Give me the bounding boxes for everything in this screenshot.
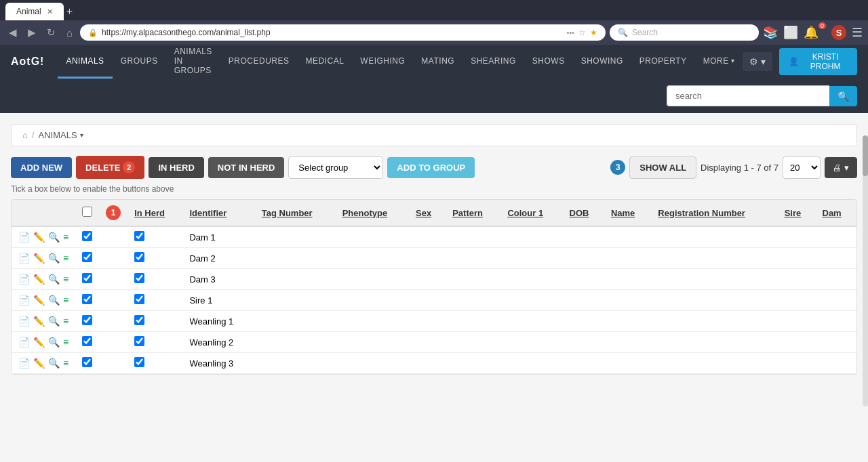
col-name[interactable]: Name bbox=[604, 200, 651, 226]
search-detail-icon[interactable]: 🔍 bbox=[48, 337, 60, 348]
nav-item-shows[interactable]: SHOWS bbox=[524, 45, 573, 79]
star-icon[interactable]: ★ bbox=[590, 28, 597, 37]
sidebar-icon[interactable]: ⬜ bbox=[783, 25, 798, 40]
row-checkbox[interactable] bbox=[82, 231, 92, 241]
view-icon[interactable]: 📄 bbox=[18, 358, 30, 369]
refresh-button[interactable]: ↻ bbox=[43, 25, 59, 40]
hamburger-icon[interactable]: ☰ bbox=[852, 25, 863, 40]
nav-item-animals[interactable]: ANIMALS bbox=[58, 45, 112, 79]
row-checkbox-cell[interactable] bbox=[75, 332, 99, 353]
select-all-checkbox[interactable] bbox=[82, 207, 92, 217]
nav-item-shearing[interactable]: SHEARING bbox=[462, 45, 524, 79]
list-icon[interactable]: ≡ bbox=[63, 253, 68, 264]
in-herd-button[interactable]: IN HERD bbox=[149, 157, 203, 178]
edit-icon[interactable]: ✏️ bbox=[33, 316, 45, 327]
row-in-herd[interactable] bbox=[127, 269, 182, 290]
edit-icon[interactable]: ✏️ bbox=[33, 358, 45, 369]
row-in-herd[interactable] bbox=[127, 332, 182, 353]
edit-icon[interactable]: ✏️ bbox=[33, 337, 45, 348]
edit-icon[interactable]: ✏️ bbox=[33, 253, 45, 264]
row-checkbox[interactable] bbox=[82, 336, 92, 346]
col-sex[interactable]: Sex bbox=[409, 200, 446, 226]
nav-item-procedures[interactable]: PROCEDURES bbox=[220, 45, 298, 79]
view-icon[interactable]: 📄 bbox=[18, 274, 30, 285]
row-checkbox[interactable] bbox=[82, 273, 92, 283]
nav-item-weighing[interactable]: WEIGHING bbox=[352, 45, 413, 79]
view-icon[interactable]: 📄 bbox=[18, 232, 30, 243]
show-all-button[interactable]: SHOW ALL bbox=[629, 156, 696, 179]
scroll-thumb[interactable] bbox=[863, 135, 868, 176]
row-checkbox-cell[interactable] bbox=[75, 226, 99, 248]
nav-item-more[interactable]: MORE ▾ bbox=[695, 45, 743, 79]
edit-icon[interactable]: ✏️ bbox=[33, 295, 45, 306]
edit-icon[interactable]: ✏️ bbox=[33, 232, 45, 243]
row-checkbox-cell[interactable] bbox=[75, 311, 99, 332]
list-icon[interactable]: ≡ bbox=[63, 337, 68, 348]
edit-icon[interactable]: ✏️ bbox=[33, 274, 45, 285]
search-button[interactable]: 🔍 bbox=[829, 86, 857, 106]
notification-icon[interactable]: 🔔0 bbox=[804, 25, 826, 40]
row-checkbox[interactable] bbox=[82, 315, 92, 325]
col-checkbox[interactable] bbox=[75, 200, 99, 226]
browser-search-bar[interactable]: 🔍 Search bbox=[610, 24, 759, 41]
col-colour1[interactable]: Colour 1 bbox=[500, 200, 562, 226]
list-icon[interactable]: ≡ bbox=[63, 232, 68, 243]
delete-button[interactable]: DELETE 2 bbox=[76, 156, 144, 179]
browser-tab[interactable]: Animal ✕ bbox=[5, 3, 64, 20]
list-icon[interactable]: ≡ bbox=[63, 295, 68, 306]
row-checkbox-cell[interactable] bbox=[75, 290, 99, 311]
page-size-select[interactable]: 20 10 50 100 bbox=[783, 156, 821, 179]
col-identifier[interactable]: Identifier bbox=[182, 200, 254, 226]
nav-item-animals-in-groups[interactable]: ANIMALS IN GROUPS bbox=[166, 45, 220, 79]
search-input[interactable] bbox=[667, 85, 829, 106]
url-bar[interactable]: 🔒 https://my.alpacasonthego.com/animal_l… bbox=[80, 24, 606, 41]
list-icon[interactable]: ≡ bbox=[63, 358, 68, 369]
new-tab-button[interactable]: + bbox=[66, 5, 73, 18]
row-checkbox-cell[interactable] bbox=[75, 248, 99, 269]
nav-item-medical[interactable]: MEDICAL bbox=[298, 45, 353, 79]
in-herd-checkbox[interactable] bbox=[134, 315, 144, 325]
nav-item-groups[interactable]: GROUPS bbox=[113, 45, 166, 79]
row-checkbox-cell[interactable] bbox=[75, 353, 99, 374]
back-button[interactable]: ◀ bbox=[5, 25, 20, 40]
search-detail-icon[interactable]: 🔍 bbox=[48, 316, 60, 327]
breadcrumb-animals[interactable]: ANIMALS ▾ bbox=[38, 130, 83, 140]
row-in-herd[interactable] bbox=[127, 226, 182, 248]
row-in-herd[interactable] bbox=[127, 290, 182, 311]
print-button[interactable]: 🖨 ▾ bbox=[825, 157, 857, 178]
scroll-indicator[interactable] bbox=[863, 135, 868, 385]
tab-close-button[interactable]: ✕ bbox=[47, 7, 53, 16]
list-icon[interactable]: ≡ bbox=[63, 274, 68, 285]
col-dam[interactable]: Dam bbox=[816, 200, 857, 226]
not-in-herd-button[interactable]: NOT IN HERD bbox=[208, 157, 285, 178]
user-profile-icon[interactable]: S bbox=[831, 25, 846, 40]
home-button[interactable]: ⌂ bbox=[63, 26, 76, 40]
bookmark-icon[interactable]: ☆ bbox=[578, 28, 586, 37]
in-herd-checkbox[interactable] bbox=[134, 273, 144, 283]
row-checkbox-cell[interactable] bbox=[75, 269, 99, 290]
list-icon[interactable]: ≡ bbox=[63, 316, 68, 327]
nav-item-property[interactable]: PROPERTY bbox=[631, 45, 695, 79]
col-pattern[interactable]: Pattern bbox=[446, 200, 500, 226]
in-herd-checkbox[interactable] bbox=[134, 252, 144, 262]
forward-button[interactable]: ▶ bbox=[24, 25, 39, 40]
select-group-dropdown[interactable]: Select group bbox=[288, 156, 383, 179]
row-checkbox[interactable] bbox=[82, 252, 92, 262]
breadcrumb-home-icon[interactable]: ⌂ bbox=[22, 130, 28, 140]
search-detail-icon[interactable]: 🔍 bbox=[48, 253, 60, 264]
add-to-group-button[interactable]: ADD TO GROUP bbox=[387, 157, 475, 178]
col-in-herd[interactable]: In Herd bbox=[127, 200, 182, 226]
col-phenotype[interactable]: Phenotype bbox=[336, 200, 409, 226]
row-in-herd[interactable] bbox=[127, 311, 182, 332]
col-dob[interactable]: DOB bbox=[563, 200, 604, 226]
settings-button[interactable]: ⚙ ▾ bbox=[743, 52, 772, 71]
in-herd-checkbox[interactable] bbox=[134, 294, 144, 304]
col-registration-number[interactable]: Registration Number bbox=[651, 200, 777, 226]
search-detail-icon[interactable]: 🔍 bbox=[48, 295, 60, 306]
view-icon[interactable]: 📄 bbox=[18, 316, 30, 327]
search-detail-icon[interactable]: 🔍 bbox=[48, 358, 60, 369]
user-button[interactable]: 👤 KRISTI PROHM bbox=[779, 48, 857, 75]
row-in-herd[interactable] bbox=[127, 248, 182, 269]
search-detail-icon[interactable]: 🔍 bbox=[48, 274, 60, 285]
in-herd-checkbox[interactable] bbox=[134, 231, 144, 241]
